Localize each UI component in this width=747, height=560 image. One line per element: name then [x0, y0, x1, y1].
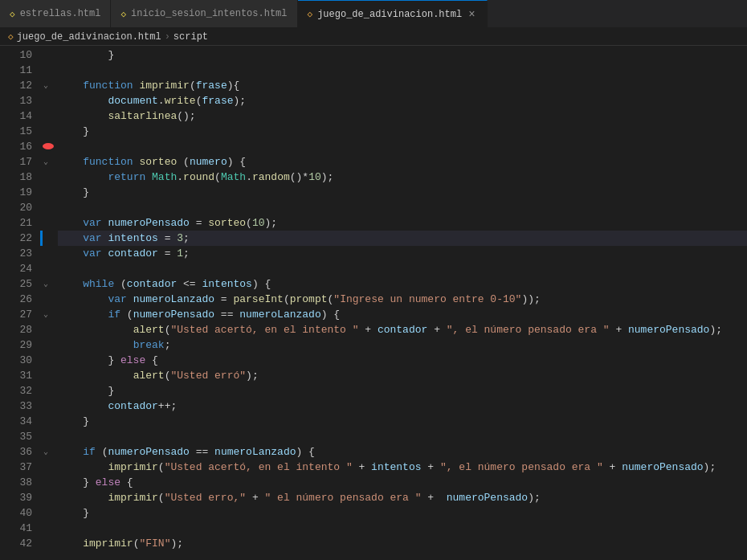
breadcrumb-file-icon: ◇	[8, 31, 14, 42]
code-area[interactable]: } function imprimir(frase){ document.wri…	[55, 46, 747, 560]
tab-icon-estrellas: ◇	[10, 9, 15, 19]
code-line-20	[58, 200, 747, 215]
code-line-15: }	[58, 124, 747, 139]
code-line-16	[58, 139, 747, 154]
tab-icon-juego: ◇	[308, 9, 313, 19]
fold-12[interactable]: ⌄	[40, 78, 51, 93]
code-line-41	[58, 521, 747, 536]
line-numbers: 10 11 12 13 14 15 16 17 18 19 20 21 22 2…	[0, 46, 40, 560]
code-line-21: var numeroPensado = sorteo(10);	[58, 215, 747, 231]
editor: 10 11 12 13 14 15 16 17 18 19 20 21 22 2…	[0, 46, 747, 560]
tab-inicio-sesion[interactable]: ◇ inicio_sesion_intentos.html	[111, 0, 297, 28]
code-line-22: var intentos = 3;	[58, 231, 747, 246]
gutter: ⌄ ⌄ ⌄ ⌄ ⌄	[40, 46, 55, 560]
breadcrumb-separator: ›	[165, 31, 170, 43]
tab-bar: ◇ estrellas.html ◇ inicio_sesion_intento…	[0, 0, 747, 28]
code-line-25: while (contador <= intentos) {	[58, 276, 747, 292]
code-line-10: }	[58, 47, 747, 63]
code-line-33: contador++;	[58, 399, 747, 414]
fold-17[interactable]: ⌄	[40, 154, 51, 170]
code-line-24	[58, 261, 747, 276]
tab-close-juego[interactable]: ×	[467, 8, 476, 21]
tab-estrellas[interactable]: ◇ estrellas.html	[0, 0, 111, 28]
fold-36[interactable]: ⌄	[40, 444, 51, 460]
tab-label-estrellas: estrellas.html	[20, 8, 101, 19]
fold-27[interactable]: ⌄	[40, 307, 51, 322]
code-line-18: return Math.round(Math.random()*10);	[58, 170, 747, 185]
code-line-34: }	[58, 414, 747, 429]
code-line-37: imprimir("Usted acertó, en el intento " …	[58, 460, 747, 475]
code-line-27: if (numeroPensado == numeroLanzado) {	[58, 307, 747, 322]
code-line-29: break;	[58, 337, 747, 353]
tab-icon-inicio: ◇	[120, 9, 126, 19]
code-line-19: }	[58, 185, 747, 200]
code-line-12: function imprimir(frase){	[58, 78, 747, 93]
code-line-36: if (numeroPensado == numeroLanzado) {	[58, 444, 747, 460]
code-line-42: imprimir("FIN");	[58, 536, 747, 551]
code-line-14: saltarlinea();	[58, 108, 747, 124]
breadcrumb-section[interactable]: script	[173, 31, 208, 43]
code-line-17: function sorteo (numero) {	[58, 154, 747, 170]
breadcrumb-file[interactable]: juego_de_adivinacion.html	[17, 31, 161, 43]
breadcrumb: ◇ juego_de_adivinacion.html › script	[0, 28, 747, 46]
code-line-40: }	[58, 505, 747, 521]
code-line-28: alert("Usted acertó, en el intento " + c…	[58, 322, 747, 337]
code-line-35	[58, 429, 747, 444]
tab-label-juego: juego_de_adivinacion.html	[317, 9, 462, 20]
code-line-39: imprimir("Usted erro," + " el número pen…	[58, 490, 747, 505]
tab-juego-adivinacion[interactable]: ◇ juego_de_adivinacion.html ×	[298, 0, 488, 28]
code-line-13: document.write(frase);	[58, 93, 747, 108]
code-line-30: } else {	[58, 353, 747, 368]
code-line-38: } else {	[58, 475, 747, 490]
code-line-31: alert("Usted erró");	[58, 368, 747, 383]
fold-25[interactable]: ⌄	[40, 276, 51, 292]
tab-label-inicio: inicio_sesion_intentos.html	[131, 8, 287, 19]
code-line-32: }	[58, 383, 747, 399]
code-line-11	[58, 63, 747, 78]
code-line-26: var numeroLanzado = parseInt(prompt("Ing…	[58, 292, 747, 307]
code-line-23: var contador = 1;	[58, 246, 747, 261]
